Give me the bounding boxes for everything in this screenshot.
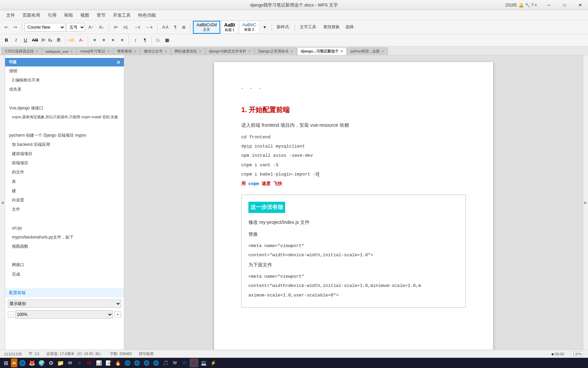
menu-dev-tools[interactable]: 开发工具 [110,11,134,20]
indent-decrease[interactable]: ←≡ [144,24,155,31]
sidebar-close-icon[interactable]: ✕ [116,60,120,65]
zoom-out-btn[interactable]: - [8,311,14,318]
taskbar-app10[interactable]: W [180,358,189,367]
taskbar-app4[interactable]: 🌐 [123,358,132,367]
taskbar-email[interactable]: ✉ [66,358,75,367]
font-color-button[interactable]: A· [77,36,86,45]
taskbar-chrome[interactable]: 🌐 [18,358,27,367]
font-size-up[interactable]: A↑ [86,24,96,31]
tab-wechat[interactable]: 微信公众号 ✕ [140,47,171,55]
tab-python[interactable]: python和安...达新 ✕ [347,47,388,55]
para-format-button[interactable]: ¶ [141,36,149,45]
tab-django-cmd-close[interactable]: ✕ [291,49,293,53]
menu-page-layout[interactable]: 页面布局 [19,11,44,20]
taskbar-browser2[interactable]: 🌍 [37,358,46,367]
sidebar-item-baocuo[interactable]: 报错 [5,66,124,76]
taskbar-ide[interactable]: ⚡ [209,358,217,367]
box-code5[interactable]: aximum-scale=1.0,user-scalable=0"> [248,291,459,299]
tab-django-note[interactable]: django...习笔记新这个 ✕ [297,47,347,55]
code-line-4[interactable]: cnpm i vant -S [241,161,466,169]
tab-css3-close[interactable]: ✕ [35,49,38,53]
subscript-button[interactable]: X₂ [47,38,53,43]
list-bullet-button[interactable]: ≡• [111,24,120,31]
tab-mysql[interactable]: mysql学习笔记 ✕ [77,47,113,55]
code-line-red[interactable]: 用 cnpm 速度 飞快 [241,180,466,188]
menu-file[interactable]: 文件 [3,11,18,20]
code-line-2[interactable]: #pip install mysqlclient [241,142,466,150]
tab-blog-close[interactable]: ✕ [134,49,136,53]
tab-django-note-close[interactable]: ✕ [340,49,343,53]
taskbar-app7[interactable]: 🌐 [151,358,160,367]
sidebar-item-api[interactable]: 网接口 [5,260,124,270]
taskbar-wps-writer[interactable]: W [85,358,94,367]
redo-button[interactable]: ↪ [11,24,19,31]
style-heading1[interactable]: AaBI标题 1 [221,21,238,34]
code-line-3[interactable]: npm install axios -save-dev [241,152,466,159]
eraser-button[interactable]: 🖹 [54,36,63,45]
underline-button[interactable]: U [21,36,30,45]
sidebar-item-settings[interactable]: 向设置 [5,196,124,205]
minimize-button[interactable]: ─ [541,0,557,10]
taskbar-start[interactable]: ⊞ [1,358,10,367]
paragraph-settings[interactable]: ¶ [172,24,179,31]
font-size-aa[interactable]: A A [160,24,171,31]
doc-section-title[interactable]: 1. 开始配置前端 [241,104,466,116]
new-style-btn[interactable]: 新样式· [274,23,292,31]
sidebar-item-files[interactable]: 的文件 [5,168,124,177]
align-center-button[interactable]: ≡ [99,36,108,45]
sidebar-item-done[interactable]: 完成 [5,270,124,279]
window-controls[interactable]: ─ □ ✕ [541,0,588,10]
menu-chapter[interactable]: 章节 [93,11,109,20]
more-styles-button[interactable]: ▼ [260,24,269,31]
indent-increase[interactable]: →≡ [131,24,143,31]
zoom-level[interactable]: 130% [571,351,584,357]
sidebar-item-config-front[interactable]: 配置前端 [5,288,124,297]
sidebar-toggle[interactable]: ◀ [0,55,5,350]
tab-speed[interactable]: 网站速度优化 ✕ [171,47,205,55]
sidebar-item-backend[interactable]: 加 backend 后端应用 [5,140,124,149]
taskbar-app1[interactable]: 📊 [94,358,103,367]
list-number-button[interactable]: ≡1 [121,24,130,31]
sidebar-item-edit[interactable]: 2.编辑框出不来 [5,76,124,85]
align-left-button[interactable]: ≡ [90,36,99,45]
sidebar-item-urlpy[interactable]: url.py [5,224,124,233]
tab-mysql-close[interactable]: ✕ [107,49,110,53]
taskbar-terminal[interactable]: 💻 [199,358,208,367]
text-tools-btn[interactable]: 文字工具· [297,23,320,31]
find-replace-btn[interactable]: 查找替换 [321,23,342,31]
font-size-select[interactable]: 五号 四号 三号 小四 小五 [66,23,85,32]
sidebar-item-cnpm[interactable]: cnpm,源来淘宝镜象,所以只装插件,只能用 cnpm install 否则,失… [5,113,124,122]
align-right-button[interactable]: ≡ [109,36,117,45]
status-spell-check[interactable]: 拼写检查 [139,351,154,356]
zoom-in-btn[interactable]: + [114,311,121,318]
box-code1[interactable]: <meta name="viewport" [248,242,459,250]
sidebar-item-youxianmei[interactable]: 优先美 [5,85,124,94]
tab-speed-close[interactable]: ✕ [199,49,201,53]
box-title[interactable]: 这一步没有做 [248,202,285,213]
bold-button[interactable]: B [2,36,11,45]
sidebar-item-urls[interactable]: mypro/backend/urls.py文件，如下 [5,233,124,242]
taskbar-app9[interactable]: W [170,358,179,367]
taskbar-app6[interactable]: 🌐 [142,358,151,367]
zoom-select[interactable]: 100% 75% 125% 150% [15,310,113,319]
select-btn[interactable]: 选择· [343,23,357,31]
tab-css3[interactable]: CSS3选择器总结 ✕ [1,47,42,55]
taskbar-settings[interactable]: ⚙ [47,358,55,367]
code-line-5[interactable]: cnpm i babel-plugin-import -D [241,170,466,178]
sidebar-item-build-front[interactable]: 建前端项目 [5,149,124,158]
tab-django-static[interactable]: django与静态文件专栏 ✕ [205,47,255,55]
style-normal[interactable]: AaBbCcDd正文 [193,21,220,34]
border-button[interactable]: □· [154,36,163,45]
sidebar-item-front[interactable]: 前端项目 [5,158,124,168]
font-size-down[interactable]: A↓ [97,24,106,31]
menu-view[interactable]: 视图 [77,11,93,20]
taskbar-ie[interactable]: e [75,358,84,367]
sidebar-item-view-func[interactable]: 视图函数 [5,242,124,251]
taskbar-app2[interactable]: 📝 [104,358,113,367]
box-para3[interactable]: 为下面文件 [248,261,459,269]
tab-django-cmd[interactable]: Django之常用命令 ✕ [255,47,297,55]
sidebar-item-pycharm[interactable]: pycharm 创建一个 Django 后端项目 mypro [5,131,124,140]
taskbar-ai[interactable]: Ai [11,358,17,367]
maximize-button[interactable]: □ [557,0,572,10]
sidebar-item-vue-django[interactable]: Vue,django 做接口 [5,104,124,113]
